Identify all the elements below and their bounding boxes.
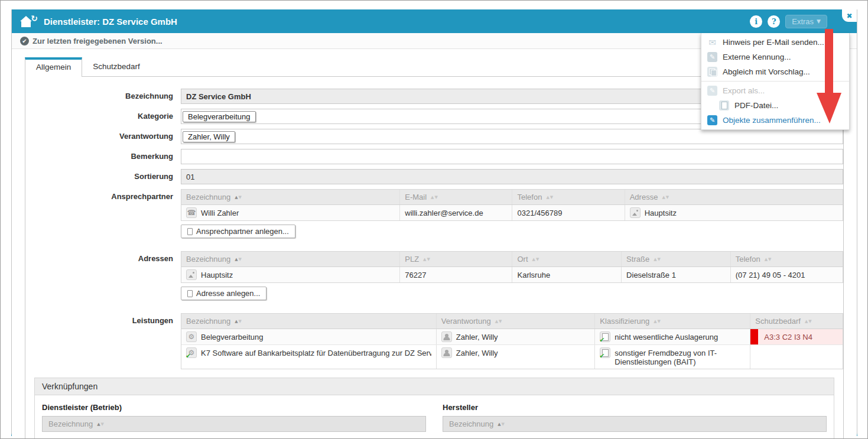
table-row[interactable]: ☎Willi Zahler willi.zahler@service.de 03… <box>181 205 843 220</box>
menu-item-pdf-datei[interactable]: PDF-Datei... <box>701 98 849 113</box>
verantwortung-field[interactable]: Zahler, Willy <box>181 129 843 144</box>
column-header-klassifizierung[interactable]: Klassifizierung▲▼ <box>594 314 750 329</box>
sort-icon[interactable]: ▲▼ <box>423 257 431 262</box>
form-row-ansprechpartner: Ansprechpartner Bezeichnung▲▼ E-Mail▲▼ T… <box>25 189 843 246</box>
classification-icon: ✔ <box>600 331 610 342</box>
table-row[interactable]: ⚙Belegverarbeitung Zahler, Willy ✔nicht … <box>181 329 843 344</box>
edit-icon: ✎ <box>707 52 717 62</box>
sort-icon[interactable]: ▲▼ <box>532 257 540 262</box>
column-header-ort[interactable]: Ort▲▼ <box>512 252 621 266</box>
form-row-leistungen: Leistungen Bezeichnung▲▼ Verantwortung▲▼… <box>25 313 843 369</box>
leistungen-table: Bezeichnung▲▼ Verantwortung▲▼ Klassifizi… <box>181 313 843 369</box>
dienstleister-betrieb-label: Dienstleister (Betrieb) <box>42 403 426 412</box>
check-icon: ✔ <box>599 336 604 344</box>
menu-item-objekte-zusammenfuehren[interactable]: ✎ Objekte zusammenführen... <box>701 113 849 128</box>
column-header-bezeichnung[interactable]: Bezeichnung▲▼ <box>181 252 399 266</box>
form-row-bemerkung: Bemerkung <box>25 149 843 164</box>
verantwortung-chip[interactable]: Zahler, Willy <box>183 131 235 142</box>
check-icon: ✔ <box>599 352 604 360</box>
verknuepfungen-title: Verknüpfungen <box>35 378 834 395</box>
column-header-bezeichnung[interactable]: Bezeichnung▲▼ <box>181 190 399 204</box>
sort-icon[interactable]: ▲▼ <box>431 195 438 200</box>
create-address-button[interactable]: Adresse anlegen... <box>181 287 266 300</box>
sort-icon[interactable]: ▲▼ <box>235 257 242 262</box>
menu-item-hinweis-email[interactable]: ✉ Hinweis per E-Mail senden... <box>701 35 849 50</box>
dienstleister-betrieb-table-header[interactable]: Bezeichnung▲▼ <box>42 416 426 432</box>
extras-button-label: Extras <box>792 17 814 26</box>
column-header-strasse[interactable]: Straße▲▼ <box>621 252 730 266</box>
tab-panel-allgemein: Bezeichnung DZ Service GmbH Kategorie Be… <box>25 76 844 439</box>
verknuepfungen-section: Verknüpfungen Dienstleister (Betrieb) Be… <box>34 378 834 439</box>
column-header-schutzbedarf[interactable]: Schutzbedarf▲▼ <box>750 314 843 329</box>
hersteller-group: Hersteller Bezeichnung▲▼ <box>443 403 827 432</box>
sort-icon[interactable]: ▲▼ <box>498 422 505 427</box>
table-row[interactable]: ⚙✔K7 Software auf Bankarbeitsplatz für D… <box>181 344 843 369</box>
create-contact-button[interactable]: Ansprechpartner anlegen... <box>181 225 295 238</box>
merge-icon: ✎ <box>707 115 717 125</box>
verantwortung-label: Verantwortung <box>25 129 173 144</box>
column-header-bezeichnung[interactable]: Bezeichnung▲▼ <box>181 314 436 329</box>
ansprechpartner-label: Ansprechpartner <box>25 189 173 204</box>
new-document-icon <box>187 228 193 235</box>
protection-level-value: A3:3 C2 I3 N4 <box>764 333 812 342</box>
ansprechpartner-table: Bezeichnung▲▼ E-Mail▲▼ Telefon▲▼ Adresse… <box>181 189 843 221</box>
help-icon[interactable]: ? <box>768 15 780 28</box>
table-header-row: Bezeichnung▲▼ Verantwortung▲▼ Klassifizi… <box>181 314 843 329</box>
column-header-verantwortung[interactable]: Verantwortung▲▼ <box>436 314 595 329</box>
kategorie-label: Kategorie <box>25 109 173 124</box>
column-header-telefon[interactable]: Telefon▲▼ <box>730 252 843 266</box>
check-icon: ✔ <box>186 352 191 360</box>
bemerkung-label: Bemerkung <box>25 149 173 164</box>
table-header-row: Bezeichnung▲▼ E-Mail▲▼ Telefon▲▼ Adresse… <box>181 190 843 205</box>
tab-allgemein[interactable]: Allgemein <box>25 57 82 77</box>
menu-item-externe-kennung[interactable]: ✎ Externe Kennung... <box>701 50 849 64</box>
protection-level-indicator <box>750 329 758 344</box>
column-header-plz[interactable]: PLZ▲▼ <box>399 252 512 266</box>
sort-icon[interactable]: ▲▼ <box>235 319 242 324</box>
pdf-icon <box>719 100 729 110</box>
column-header-email[interactable]: E-Mail▲▼ <box>399 190 512 204</box>
person-icon <box>441 347 452 358</box>
mail-icon: ✉ <box>707 37 717 47</box>
screenshot-root: ↻ Dienstleister: DZ Service GmbH i ? Ext… <box>0 0 868 439</box>
sort-icon[interactable]: ▲▼ <box>662 195 669 200</box>
extras-dropdown-menu: ✉ Hinweis per E-Mail senden... ✎ Externe… <box>701 33 850 130</box>
window-titlebar: ↻ Dienstleister: DZ Service GmbH i ? Ext… <box>12 9 857 33</box>
bemerkung-field[interactable] <box>181 149 843 164</box>
info-icon[interactable]: i <box>750 15 762 28</box>
service-provider-icon: ↻ <box>20 14 38 28</box>
sort-icon[interactable]: ▲▼ <box>654 319 661 324</box>
tab-schutzbedarf[interactable]: Schutzbedarf <box>82 57 151 76</box>
hersteller-table-header[interactable]: Bezeichnung▲▼ <box>443 416 827 432</box>
extras-button[interactable]: Extras ▼ <box>785 15 827 28</box>
new-document-icon <box>187 290 193 297</box>
kategorie-chip[interactable]: Belegverarbeitung <box>183 111 256 122</box>
column-header-adresse[interactable]: Adresse▲▼ <box>625 190 843 204</box>
sort-icon[interactable]: ▲▼ <box>495 319 503 324</box>
schutzbedarf-cell <box>750 345 843 369</box>
form-row-adressen: Adressen Bezeichnung▲▼ PLZ▲▼ Ort▲▼ Straß… <box>25 251 843 308</box>
menu-item-abgleich-vorschlag[interactable]: Abgleich mit Vorschlag... <box>701 64 849 79</box>
sortierung-field[interactable]: 01 <box>181 169 843 184</box>
address-icon <box>186 269 197 280</box>
person-icon <box>441 331 452 342</box>
adressen-label: Adressen <box>25 251 173 266</box>
last-approved-version-link[interactable]: Zur letzten freigegebenen Version... <box>32 37 162 45</box>
form-row-sortierung: Sortierung 01 <box>25 169 843 184</box>
column-header-telefon[interactable]: Telefon▲▼ <box>512 190 624 204</box>
sort-icon[interactable]: ▲▼ <box>805 319 812 324</box>
dienstleister-betrieb-group: Dienstleister (Betrieb) Bezeichnung▲▼ <box>42 403 426 432</box>
sort-icon[interactable]: ▲▼ <box>97 422 105 427</box>
adressen-table: Bezeichnung▲▼ PLZ▲▼ Ort▲▼ Straße▲▼ Telef… <box>181 251 843 283</box>
export-icon: ✎ <box>707 86 717 96</box>
chevron-down-icon: ▼ <box>817 18 821 24</box>
table-row[interactable]: Hauptsitz 76227 Karlsruhe Dieselstraße 1… <box>181 267 843 282</box>
sort-icon[interactable]: ▲▼ <box>546 195 554 200</box>
menu-item-export-als: ✎ Export als... <box>701 83 849 98</box>
sort-icon[interactable]: ▲▼ <box>235 195 242 200</box>
service-icon: ⚙✔ <box>186 347 197 358</box>
menu-separator <box>701 81 849 82</box>
sort-icon[interactable]: ▲▼ <box>654 257 661 262</box>
sort-icon[interactable]: ▲▼ <box>765 257 772 262</box>
close-icon[interactable]: ✖ <box>842 9 857 22</box>
